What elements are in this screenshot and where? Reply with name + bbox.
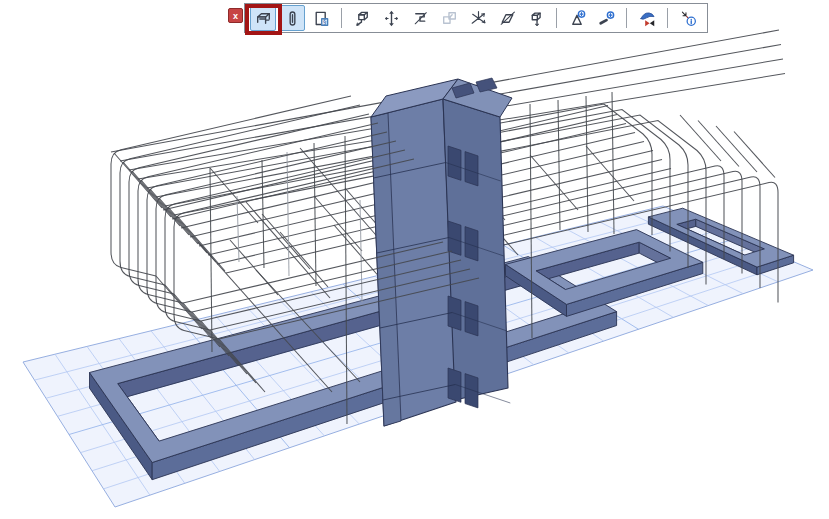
wireframe-west-end (177, 216, 225, 271)
wireframe-column (558, 100, 560, 230)
tool-drag-a-copy[interactable] (523, 5, 549, 31)
core-door-opening (448, 368, 461, 402)
tool-resize[interactable] (436, 5, 462, 31)
3d-model-viewport[interactable] (0, 0, 829, 519)
tool-show-selection-in-3d[interactable] (250, 5, 276, 31)
core-door-opening (465, 152, 478, 186)
core-door-opening (448, 146, 461, 180)
tool-column-tool[interactable] (279, 5, 305, 31)
wireframe-slab-edge (530, 155, 578, 210)
toolbar-close-button[interactable]: x (228, 8, 243, 23)
tool-mirror[interactable] (494, 5, 520, 31)
tool-zoom-edge[interactable] (593, 5, 619, 31)
toolbar-separator (341, 8, 342, 28)
tool-zoom-cone[interactable] (564, 5, 590, 31)
tool-drag[interactable] (349, 5, 375, 31)
tool-rotate[interactable] (465, 5, 491, 31)
svg-text:§: § (322, 18, 326, 26)
core-door-opening (465, 374, 478, 408)
floating-toolbar: x § (0, 0, 829, 40)
tool-visual-compare[interactable] (634, 5, 660, 31)
wireframe-west-end (159, 198, 207, 253)
tool-stretch[interactable] (407, 5, 433, 31)
core-top-cell (476, 78, 497, 92)
wireframe-slab-edge (734, 132, 775, 178)
application-window: x § (0, 0, 829, 519)
wireframe-column (237, 196, 239, 262)
wireframe-slab-edge (262, 214, 310, 269)
tool-favorites[interactable]: § (308, 5, 334, 31)
wireframe-column (612, 92, 614, 234)
toolbar-bar: § (244, 3, 708, 33)
wireframe-slab-edge (716, 126, 757, 172)
wireframe-slab-edge (314, 196, 362, 251)
tool-elevate[interactable] (378, 5, 404, 31)
toolbar-separator (556, 8, 557, 28)
wireframe-slab-edge (586, 146, 634, 201)
wireframe-west-end (168, 207, 216, 262)
tool-element-info[interactable] (675, 5, 701, 31)
toolbar-separator (626, 8, 627, 28)
toolbar-separator (667, 8, 668, 28)
